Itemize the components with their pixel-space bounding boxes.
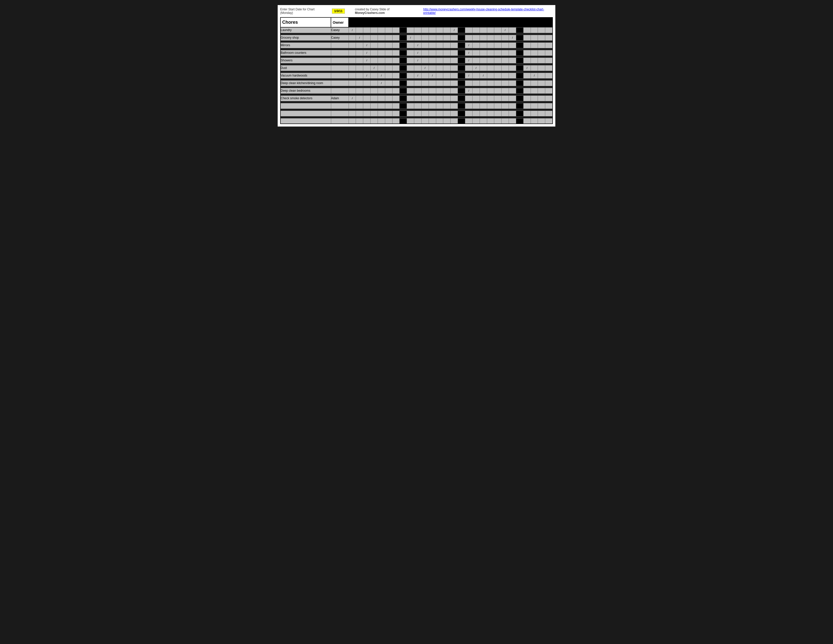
check-cell[interactable] bbox=[436, 73, 443, 78]
check-cell[interactable] bbox=[436, 58, 443, 63]
link-text[interactable]: http://www.moneycrashers.com/weekly-hous… bbox=[423, 8, 553, 14]
check-cell[interactable] bbox=[421, 103, 429, 109]
check-cell[interactable] bbox=[538, 35, 545, 40]
check-cell[interactable] bbox=[450, 88, 458, 93]
check-cell[interactable] bbox=[356, 73, 363, 78]
check-cell[interactable] bbox=[472, 103, 479, 109]
check-cell[interactable] bbox=[538, 73, 545, 78]
check-cell[interactable]: / bbox=[414, 42, 421, 48]
check-cell[interactable] bbox=[443, 73, 450, 78]
check-cell[interactable] bbox=[538, 103, 545, 109]
check-cell[interactable] bbox=[465, 103, 473, 109]
check-cell[interactable] bbox=[356, 42, 363, 48]
check-cell[interactable] bbox=[429, 80, 436, 86]
check-cell[interactable] bbox=[479, 88, 487, 93]
check-cell[interactable] bbox=[509, 88, 516, 93]
check-cell[interactable] bbox=[436, 50, 443, 56]
check-cell[interactable] bbox=[371, 35, 378, 40]
check-cell[interactable] bbox=[414, 103, 421, 109]
check-cell[interactable] bbox=[472, 111, 479, 116]
check-cell[interactable] bbox=[494, 58, 502, 63]
check-cell[interactable] bbox=[356, 27, 363, 33]
check-cell[interactable] bbox=[407, 65, 414, 71]
check-cell[interactable] bbox=[531, 80, 538, 86]
check-cell[interactable] bbox=[407, 95, 414, 101]
check-cell[interactable] bbox=[378, 103, 385, 109]
check-cell[interactable] bbox=[421, 95, 429, 101]
check-cell[interactable] bbox=[436, 103, 443, 109]
check-cell[interactable] bbox=[502, 80, 509, 86]
check-cell[interactable] bbox=[371, 42, 378, 48]
check-cell[interactable] bbox=[371, 88, 378, 93]
check-cell[interactable] bbox=[531, 95, 538, 101]
check-cell[interactable] bbox=[494, 35, 502, 40]
check-cell[interactable] bbox=[538, 42, 545, 48]
check-cell[interactable]: / bbox=[378, 80, 385, 86]
check-cell[interactable] bbox=[443, 118, 450, 124]
check-cell[interactable] bbox=[392, 42, 400, 48]
check-cell[interactable] bbox=[523, 95, 531, 101]
check-cell[interactable] bbox=[392, 103, 400, 109]
check-cell[interactable] bbox=[531, 103, 538, 109]
check-cell[interactable] bbox=[472, 35, 479, 40]
check-cell[interactable]: / bbox=[421, 65, 429, 71]
check-cell[interactable] bbox=[545, 58, 553, 63]
check-cell[interactable] bbox=[363, 118, 371, 124]
check-cell[interactable] bbox=[407, 118, 414, 124]
check-cell[interactable] bbox=[429, 95, 436, 101]
check-cell[interactable] bbox=[523, 103, 531, 109]
check-cell[interactable] bbox=[349, 103, 356, 109]
check-cell[interactable] bbox=[371, 80, 378, 86]
check-cell[interactable] bbox=[378, 42, 385, 48]
check-cell[interactable] bbox=[494, 73, 502, 78]
check-cell[interactable] bbox=[472, 95, 479, 101]
check-cell[interactable] bbox=[436, 35, 443, 40]
check-cell[interactable] bbox=[385, 103, 392, 109]
check-cell[interactable] bbox=[363, 88, 371, 93]
check-cell[interactable] bbox=[450, 42, 458, 48]
check-cell[interactable] bbox=[450, 50, 458, 56]
check-cell[interactable] bbox=[443, 58, 450, 63]
check-cell[interactable] bbox=[443, 35, 450, 40]
check-cell[interactable] bbox=[436, 42, 443, 48]
check-cell[interactable] bbox=[509, 50, 516, 56]
check-cell[interactable] bbox=[545, 27, 553, 33]
check-cell[interactable] bbox=[356, 80, 363, 86]
check-cell[interactable] bbox=[429, 58, 436, 63]
check-cell[interactable] bbox=[450, 58, 458, 63]
check-cell[interactable] bbox=[494, 50, 502, 56]
check-cell[interactable] bbox=[371, 111, 378, 116]
check-cell[interactable] bbox=[385, 73, 392, 78]
check-cell[interactable] bbox=[479, 50, 487, 56]
check-cell[interactable] bbox=[509, 111, 516, 116]
check-cell[interactable] bbox=[502, 50, 509, 56]
check-cell[interactable] bbox=[392, 65, 400, 71]
check-cell[interactable] bbox=[531, 88, 538, 93]
check-cell[interactable] bbox=[349, 118, 356, 124]
check-cell[interactable] bbox=[371, 118, 378, 124]
check-cell[interactable] bbox=[538, 27, 545, 33]
check-cell[interactable] bbox=[429, 111, 436, 116]
check-cell[interactable] bbox=[385, 35, 392, 40]
check-cell[interactable] bbox=[472, 58, 479, 63]
check-cell[interactable] bbox=[414, 35, 421, 40]
check-cell[interactable] bbox=[472, 73, 479, 78]
check-cell[interactable] bbox=[479, 58, 487, 63]
check-cell[interactable] bbox=[450, 103, 458, 109]
check-cell[interactable] bbox=[436, 80, 443, 86]
check-cell[interactable]: / bbox=[465, 58, 473, 63]
check-cell[interactable] bbox=[494, 95, 502, 101]
check-cell[interactable] bbox=[487, 35, 494, 40]
check-cell[interactable] bbox=[407, 27, 414, 33]
check-cell[interactable] bbox=[349, 65, 356, 71]
check-cell[interactable] bbox=[363, 95, 371, 101]
check-cell[interactable] bbox=[523, 88, 531, 93]
check-cell[interactable] bbox=[429, 65, 436, 71]
check-cell[interactable] bbox=[494, 118, 502, 124]
check-cell[interactable] bbox=[538, 58, 545, 63]
check-cell[interactable] bbox=[523, 111, 531, 116]
check-cell[interactable] bbox=[378, 118, 385, 124]
check-cell[interactable] bbox=[545, 95, 553, 101]
check-cell[interactable]: / bbox=[349, 27, 356, 33]
check-cell[interactable] bbox=[523, 35, 531, 40]
